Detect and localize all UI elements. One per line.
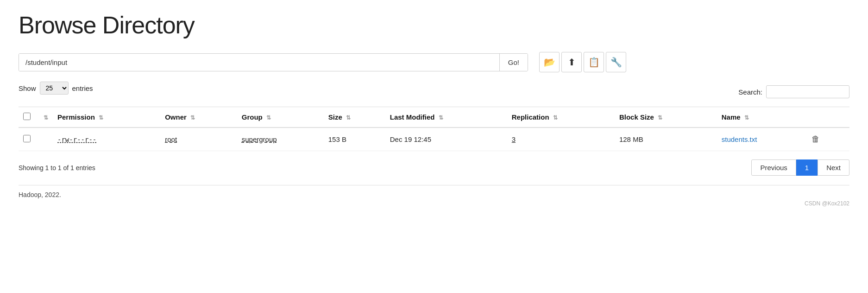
th-block-size-label: Block Size <box>619 113 654 121</box>
td-group: supergroup <box>237 127 324 151</box>
td-name: students.txt <box>717 127 805 151</box>
previous-button[interactable]: Previous <box>751 159 796 176</box>
size-value: 153 B <box>328 135 346 143</box>
list-icon-button[interactable]: 📋 <box>584 52 604 72</box>
td-owner: root <box>160 127 237 151</box>
th-last-modified-label: Last Modified <box>390 113 435 121</box>
th-checkbox <box>19 107 37 128</box>
page-wrapper: Browse Directory Go! 📂 ⬆ 📋 🔧 Show 10 25 … <box>0 0 868 216</box>
icon-buttons: 📂 ⬆ 📋 🔧 <box>539 52 626 72</box>
replication-link[interactable]: 3 <box>512 135 516 143</box>
separator <box>19 185 849 185</box>
th-block-size: Block Size ⇅ <box>615 107 717 128</box>
path-input[interactable] <box>19 54 499 71</box>
page-title: Browse Directory <box>19 11 849 39</box>
page-1-button[interactable]: 1 <box>796 159 818 176</box>
th-size-label: Size <box>328 113 342 121</box>
showing-text: Showing 1 to 1 of 1 entries <box>19 164 95 172</box>
upload-icon-button[interactable]: ⬆ <box>561 52 582 72</box>
path-input-wrap: Go! <box>19 53 528 71</box>
th-replication-label: Replication <box>512 113 549 121</box>
pagination: Previous 1 Next <box>751 159 849 176</box>
td-block-size: 128 MB <box>615 127 717 151</box>
delete-button[interactable]: 🗑 <box>809 134 823 145</box>
sort-group-icon[interactable]: ⇅ <box>266 115 271 121</box>
sort-owner-icon[interactable]: ⇅ <box>190 115 195 121</box>
folder-icon-button[interactable]: 📂 <box>539 52 560 72</box>
sort-all-icon[interactable]: ⇅ <box>44 115 48 121</box>
td-last-modified: Dec 19 12:45 <box>385 127 507 151</box>
select-all-checkbox[interactable] <box>23 113 31 120</box>
controls-bar: Show 10 25 50 100 entries Search: <box>19 82 849 102</box>
directory-table: ⇅ Permission ⇅ Owner ⇅ Group ⇅ Size ⇅ <box>19 107 849 151</box>
toolbar-row: Go! 📂 ⬆ 📋 🔧 <box>19 52 849 72</box>
permission-value: -rw-r--r-- <box>57 136 96 143</box>
credit-text: CSDN @Kox2102 <box>19 200 849 207</box>
sort-block-size-icon[interactable]: ⇅ <box>658 115 662 121</box>
go-button[interactable]: Go! <box>499 54 528 71</box>
next-button[interactable]: Next <box>818 159 849 176</box>
bottom-bar: Showing 1 to 1 of 1 entries Previous 1 N… <box>19 159 849 176</box>
sort-last-modified-icon[interactable]: ⇅ <box>439 115 443 121</box>
group-value: supergroup <box>242 135 277 143</box>
th-name-label: Name <box>722 113 741 121</box>
th-replication: Replication ⇅ <box>507 107 615 128</box>
td-row-sort <box>37 127 53 151</box>
owner-value: root <box>165 135 177 143</box>
th-owner: Owner ⇅ <box>160 107 237 128</box>
table-header-row: ⇅ Permission ⇅ Owner ⇅ Group ⇅ Size ⇅ <box>19 107 849 128</box>
th-group: Group ⇅ <box>237 107 324 128</box>
show-row: Show 10 25 50 100 entries <box>19 82 93 95</box>
th-size: Size ⇅ <box>324 107 385 128</box>
footer-text: Hadoop, 2022. <box>19 191 849 198</box>
td-permission: -rw-r--r-- <box>53 127 160 151</box>
settings-icon-button[interactable]: 🔧 <box>606 52 626 72</box>
show-label: Show <box>19 84 36 92</box>
td-delete: 🗑 <box>804 127 849 151</box>
search-input[interactable] <box>766 85 849 98</box>
last-modified-value: Dec 19 12:45 <box>390 135 431 143</box>
search-label: Search: <box>738 88 762 96</box>
row-checkbox[interactable] <box>23 135 31 142</box>
th-sort: ⇅ <box>37 107 53 128</box>
td-replication: 3 <box>507 127 615 151</box>
th-last-modified: Last Modified ⇅ <box>385 107 507 128</box>
block-size-value: 128 MB <box>619 135 643 143</box>
th-permission-label: Permission <box>57 113 95 121</box>
entries-select[interactable]: 10 25 50 100 <box>40 82 69 95</box>
file-name-link[interactable]: students.txt <box>722 135 757 143</box>
sort-replication-icon[interactable]: ⇅ <box>553 115 558 121</box>
th-group-label: Group <box>242 113 263 121</box>
table-row: -rw-r--r-- root supergroup 153 B Dec 19 … <box>19 127 849 151</box>
th-action <box>804 107 849 128</box>
search-row: Search: <box>738 85 849 98</box>
sort-size-icon[interactable]: ⇅ <box>346 115 351 121</box>
td-size: 153 B <box>324 127 385 151</box>
td-checkbox <box>19 127 37 151</box>
th-permission: Permission ⇅ <box>53 107 160 128</box>
sort-name-icon[interactable]: ⇅ <box>744 115 749 121</box>
entries-label: entries <box>72 84 93 92</box>
sort-permission-icon[interactable]: ⇅ <box>99 115 103 121</box>
th-owner-label: Owner <box>165 113 187 121</box>
th-name: Name ⇅ <box>717 107 805 128</box>
